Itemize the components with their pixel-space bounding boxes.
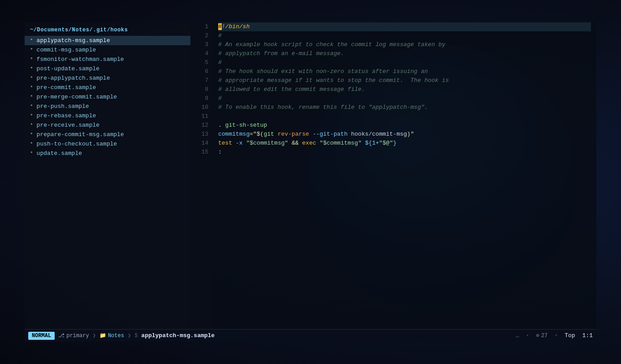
sidebar-item-label: commit-msg.sample: [37, 47, 96, 53]
modified-star-icon: *: [30, 123, 33, 128]
count-value: 27: [541, 333, 548, 339]
code-content: #!/bin/sh## An example hook script to ch…: [213, 22, 596, 329]
modified-star-icon: *: [30, 85, 33, 90]
branch-name: primary: [66, 333, 89, 339]
line-number-6: 6: [195, 67, 208, 76]
code-line-10: # To enable this hook, rename this file …: [218, 103, 591, 112]
sidebar-item-label: pre-merge-commit.sample: [37, 94, 117, 100]
code-line-3: # An example hook script to check the co…: [218, 40, 591, 49]
branch-info: ⎇ primary: [58, 332, 89, 339]
plain-token: [274, 131, 278, 137]
sidebar-item-applypatch-msg-sample[interactable]: *applypatch-msg.sample: [25, 36, 190, 45]
cursor: #: [218, 23, 222, 30]
sidebar-item-pre-merge-commit-sample[interactable]: *pre-merge-commit.sample: [25, 92, 190, 102]
exec-keyword: exec: [302, 140, 316, 146]
line-numbers: 123456789101112131415: [190, 22, 213, 329]
sidebar-title: ~/Documents/Notes/.git/hooks: [25, 24, 190, 36]
modified-star-icon: *: [30, 113, 33, 119]
sidebar-item-label: fsmonitor-watchman.sample: [37, 56, 124, 63]
sidebar-item-label: post-update.sample: [37, 65, 99, 72]
sidebar-item-label: pre-receive.sample: [37, 122, 99, 128]
param-exp: ${1+: [365, 140, 379, 146]
line-number-8: 8: [195, 85, 208, 94]
comment-token: # To enable this hook, rename this file …: [218, 104, 428, 111]
plain2: [309, 131, 313, 137]
modified-star-icon: *: [30, 132, 33, 137]
code-line-8: # allowed to edit the commit message fil…: [218, 85, 591, 94]
comment-token: # applypatch from an e-mail message.: [218, 50, 344, 57]
line-number-5: 5: [195, 58, 208, 67]
code-line-7: # appropriate message if it wants to sto…: [218, 76, 591, 85]
sidebar-item-pre-push-sample[interactable]: *pre-push.sample: [25, 102, 190, 111]
chevron-right-area: ›: [555, 333, 557, 338]
op-token: ="$(: [250, 131, 263, 137]
str1: "$commitmsg": [246, 140, 288, 146]
line-number-15: 15: [195, 148, 208, 157]
flag-x: -x: [236, 140, 243, 146]
close-brace: }: [393, 140, 397, 146]
sidebar-item-prepare-commit-msg-sample[interactable]: *prepare-commit-msg.sample: [25, 130, 190, 139]
current-filename: applypatch-msg.sample: [141, 332, 215, 339]
git-cmd: git: [263, 131, 274, 137]
line-number-1: 1: [195, 22, 208, 31]
ellipsis: …: [516, 333, 519, 339]
comment-token: #: [218, 59, 222, 66]
git-count: ⊙ 27: [536, 332, 548, 339]
sidebar-item-pre-applypatch-sample[interactable]: *pre-applypatch.sample: [25, 73, 190, 83]
comment-token: # allowed to edit the commit message fil…: [218, 86, 365, 93]
separator-2: ❯: [128, 332, 131, 339]
line-number-13: 13: [195, 130, 208, 139]
modified-star-icon: *: [30, 141, 33, 147]
code-line-14: test -x "$commitmsg" && exec "$commitmsg…: [218, 139, 591, 148]
sidebar-item-label: update.sample: [37, 150, 82, 157]
line-number-14: 14: [195, 139, 208, 148]
line-number-3: 3: [195, 40, 208, 49]
code-line-9: #: [218, 94, 591, 103]
sidebar-item-label: pre-rebase.sample: [37, 112, 96, 119]
cmd-token: git-sh-setup: [225, 122, 267, 128]
line-number-2: 2: [195, 31, 208, 40]
sidebar-item-label: pre-commit.sample: [37, 84, 96, 91]
sidebar-item-pre-commit-sample[interactable]: *pre-commit.sample: [25, 83, 190, 92]
line-number-9: 9: [195, 94, 208, 103]
sidebar-item-pre-receive-sample[interactable]: *pre-receive.sample: [25, 120, 190, 130]
modified-star-icon: *: [30, 47, 33, 53]
code-line-5: #: [218, 58, 591, 67]
code-line-1: #!/bin/sh: [218, 22, 591, 31]
editor-main[interactable]: 123456789101112131415 #!/bin/sh## An exa…: [190, 22, 596, 329]
sidebar-item-pre-rebase-sample[interactable]: *pre-rebase.sample: [25, 111, 190, 120]
comment-token: # An example hook script to check the co…: [218, 41, 445, 48]
code-line-4: # applypatch from an e-mail message.: [218, 49, 591, 58]
sidebar-item-post-update-sample[interactable]: *post-update.sample: [25, 64, 190, 73]
modified-star-icon: *: [30, 66, 33, 72]
plain3: hooks/commit-msg: [348, 131, 407, 137]
modified-star-icon: *: [30, 38, 33, 43]
mode-indicator: NORMAL: [28, 332, 55, 340]
test-keyword: test: [218, 140, 232, 146]
sidebar-item-update-sample[interactable]: *update.sample: [25, 149, 190, 158]
close-token: )": [407, 131, 414, 137]
folder-info: 📁 Notes: [99, 332, 124, 339]
folder-icon: 📁: [99, 332, 106, 339]
sidebar-item-push-to-checkout-sample[interactable]: *push-to-checkout.sample: [25, 139, 190, 149]
comment-token: # appropriate message if it wants to sto…: [218, 77, 449, 84]
sp3: [288, 140, 292, 146]
code-line-6: # The hook should exit with non-zero sta…: [218, 67, 591, 76]
code-line-15: :: [218, 148, 591, 157]
comment-token: #: [218, 95, 222, 102]
sidebar-item-fsmonitor-watchman-sample[interactable]: *fsmonitor-watchman.sample: [25, 55, 190, 64]
line-number-10: 10: [195, 103, 208, 112]
status-bar: NORMAL ⎇ primary ❯ 📁 Notes ❯ $ applypatc…: [25, 329, 596, 342]
code-line-11: [218, 112, 591, 121]
line-number-11: 11: [195, 112, 208, 121]
folder-name: Notes: [108, 333, 124, 339]
branch-icon: ⎇: [58, 332, 65, 339]
sidebar-item-label: prepare-commit-msg.sample: [37, 131, 124, 138]
builtin-token: rev-parse: [278, 131, 309, 137]
flag-token: --git-path: [313, 131, 348, 137]
modified-star-icon: *: [30, 151, 33, 156]
sp1: [232, 140, 236, 146]
line-number-4: 4: [195, 49, 208, 58]
code-area: 123456789101112131415 #!/bin/sh## An exa…: [190, 22, 596, 329]
sidebar-item-commit-msg-sample[interactable]: *commit-msg.sample: [25, 45, 190, 55]
